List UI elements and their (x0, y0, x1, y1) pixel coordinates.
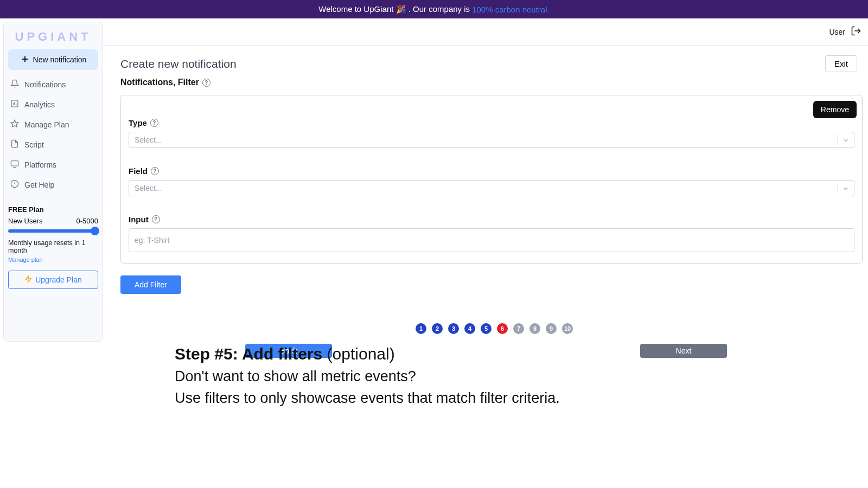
field-select[interactable]: Select... (129, 180, 854, 196)
caption-line2: Use filters to only showcase events that… (175, 388, 717, 408)
carbon-neutral-link[interactable]: 100% carbon neutral. (472, 5, 550, 14)
step-2[interactable]: 2 (432, 323, 443, 334)
chevron-down-icon (842, 137, 850, 146)
plan-block: FREE Plan New Users 0-5000 Monthly usage… (8, 206, 98, 289)
help-tooltip-icon[interactable]: ? (150, 119, 158, 127)
exit-button[interactable]: Exit (825, 55, 857, 72)
upgrade-label: Upgrade Plan (35, 275, 82, 284)
step-5[interactable]: 5 (481, 323, 492, 334)
step-9[interactable]: 9 (546, 323, 557, 334)
brand-logo: UPGIANT (8, 27, 98, 49)
step-4[interactable]: 4 (464, 323, 475, 334)
page-title: Create new notification (120, 57, 237, 70)
sidebar-item-notifications[interactable]: Notifications (8, 75, 98, 93)
step-3[interactable]: 3 (448, 323, 459, 334)
svg-marker-12 (25, 276, 31, 282)
step-7[interactable]: 7 (513, 323, 524, 334)
select-placeholder: Select... (135, 136, 162, 144)
tutorial-caption: Step #5: Add filters (optional) Don't wa… (175, 344, 717, 408)
sidebar-item-label: Script (24, 140, 44, 149)
svg-rect-7 (11, 161, 18, 166)
banner-text: Welcome to UpGiant 🎉 . Our company is (318, 4, 470, 14)
step-8[interactable]: 8 (529, 323, 540, 334)
plus-icon (20, 54, 30, 66)
user-label: User (829, 28, 845, 36)
input-label: Input (129, 215, 149, 224)
help-tooltip-icon[interactable]: ? (202, 79, 210, 87)
topbar: User (103, 18, 868, 46)
add-filter-button[interactable]: Add Filter (120, 275, 181, 294)
step-indicator: 12345678910 (120, 323, 868, 334)
bolt-icon (24, 275, 32, 285)
star-icon (10, 119, 19, 130)
remove-filter-button[interactable]: Remove (813, 101, 857, 118)
usage-slider[interactable] (8, 229, 98, 233)
caption-heading-bold: Step #5: Add filters (175, 345, 322, 363)
bell-icon (10, 79, 19, 89)
platforms-icon (10, 159, 19, 170)
svg-marker-6 (11, 120, 18, 127)
new-notification-button[interactable]: New notification (8, 49, 98, 70)
script-icon (10, 139, 19, 150)
plan-row-value: 0-5000 (76, 217, 98, 225)
sidebar-item-platforms[interactable]: Platforms (8, 156, 98, 174)
welcome-banner: Welcome to UpGiant 🎉 . Our company is 10… (0, 0, 868, 18)
plan-row-label: New Users (8, 217, 43, 225)
chevron-down-icon (842, 185, 850, 194)
field-label: Field (129, 166, 148, 176)
help-icon (10, 179, 19, 190)
sidebar-nav: Notifications Analytics Manage Plan Scri… (8, 75, 98, 194)
logout-icon[interactable] (851, 25, 861, 38)
sidebar-item-label: Manage Plan (24, 120, 69, 129)
sidebar-item-label: Notifications (24, 80, 66, 89)
sidebar-item-label: Analytics (24, 100, 55, 109)
sidebar-item-label: Platforms (24, 160, 56, 169)
main: User Create new notification Exit Notifi… (103, 18, 868, 488)
sidebar: UPGIANT New notification Notifications A… (3, 22, 103, 342)
manage-plan-link[interactable]: Manage plan (8, 256, 98, 263)
caption-heading-rest: (optional) (322, 345, 394, 363)
chart-icon (10, 99, 19, 110)
input-field[interactable] (129, 228, 854, 252)
plan-title: FREE Plan (8, 206, 98, 214)
type-label: Type (129, 118, 147, 127)
section-subtitle: Notifications, Filter (120, 78, 199, 87)
reset-text: Monthly usage resets in 1 month (8, 239, 98, 254)
help-tooltip-icon[interactable]: ? (152, 215, 160, 223)
sidebar-item-manage-plan[interactable]: Manage Plan (8, 115, 98, 133)
caption-line1: Don't want to show all metric events? (175, 367, 717, 386)
sidebar-item-label: Get Help (24, 181, 54, 189)
slider-thumb[interactable] (91, 227, 99, 235)
upgrade-plan-button[interactable]: Upgrade Plan (8, 271, 98, 289)
sidebar-item-analytics[interactable]: Analytics (8, 95, 98, 113)
filter-card: Remove Type? Select... Field? Select... (120, 95, 863, 264)
help-tooltip-icon[interactable]: ? (151, 167, 159, 175)
step-10[interactable]: 10 (562, 323, 573, 334)
sidebar-item-get-help[interactable]: Get Help (8, 176, 98, 194)
step-1[interactable]: 1 (416, 323, 426, 334)
sidebar-item-script[interactable]: Script (8, 136, 98, 153)
type-select[interactable]: Select... (129, 132, 854, 148)
select-placeholder: Select... (135, 184, 162, 192)
new-notification-label: New notification (33, 55, 87, 64)
step-6[interactable]: 6 (497, 323, 508, 334)
